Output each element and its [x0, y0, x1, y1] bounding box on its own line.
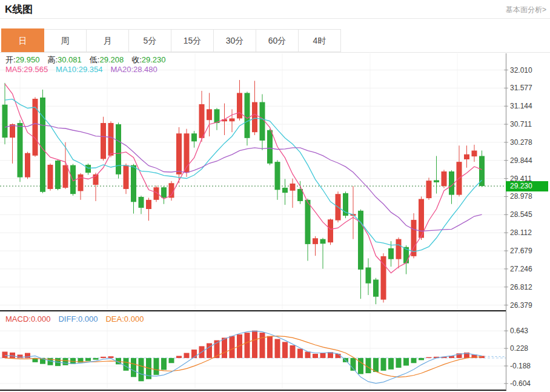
kline-chart[interactable] — [0, 0, 550, 392]
kline-page: K线图 基本面分析> 日周月5分15分30分60分4时 开:29.950高:30… — [0, 0, 550, 392]
